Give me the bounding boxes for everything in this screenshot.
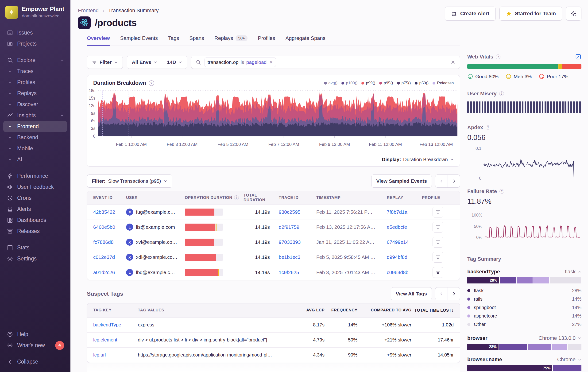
legend-item-avg[interactable]: avg() <box>324 81 338 85</box>
help-icon[interactable] <box>496 54 500 59</box>
tag-value-row[interactable]: Other27% <box>467 320 581 329</box>
view-all-tags-button[interactable]: View All Tags <box>391 287 432 300</box>
trace-id-link[interactable]: d2f91759 <box>279 224 299 230</box>
create-alert-button[interactable]: Create Alert <box>445 7 496 21</box>
settings-gear-button[interactable] <box>566 7 581 21</box>
sidebar-item-profiles[interactable]: Profiles <box>3 77 67 88</box>
open-web-vitals-icon[interactable] <box>575 53 581 60</box>
tab-spans[interactable]: Spans <box>189 35 204 46</box>
sidebar-item-ai[interactable]: AI <box>3 154 67 165</box>
sidebar-item-dashboards[interactable]: Dashboards <box>3 215 67 226</box>
sidebar-item-collapse[interactable]: Collapse <box>3 356 67 367</box>
sidebar-item-explore[interactable]: Explore <box>3 55 67 66</box>
help-icon[interactable] <box>486 125 490 130</box>
sidebar-item-replays[interactable]: Replays <box>3 88 67 99</box>
transactions-filter-dropdown[interactable]: Filter: Slow Transactions (p95) <box>87 174 172 188</box>
tag-key-link[interactable]: lcp.element <box>93 337 117 342</box>
tag-value-row[interactable]: rails14% <box>467 295 581 303</box>
help-icon[interactable] <box>499 189 504 194</box>
tag-value-row[interactable]: aspnetcore14% <box>467 312 581 320</box>
sidebar-item-releases[interactable]: Releases <box>3 226 67 237</box>
search-filter-token[interactable]: transaction.op is pageload ✕ <box>205 58 276 67</box>
search-input[interactable]: transaction.op is pageload ✕ <box>191 56 460 69</box>
starred-for-team-button[interactable]: Starred for Team <box>499 7 562 21</box>
web-vitals-bar[interactable] <box>467 64 581 69</box>
tag-key-link[interactable]: backendType <box>93 322 121 327</box>
sidebar-item-help[interactable]: Help <box>3 329 67 340</box>
legend-item-p95[interactable]: p95() <box>379 81 393 85</box>
user-misery-chart[interactable] <box>467 101 581 113</box>
event-id-link[interactable]: 6460e5b0 <box>93 224 115 230</box>
tag-value-row[interactable]: springboot14% <box>467 303 581 312</box>
profile-button[interactable] <box>432 207 443 217</box>
org-switcher[interactable]: Empower Plant dominik.buszowiec… <box>0 6 70 19</box>
tab-profiles[interactable]: Profiles <box>258 35 275 46</box>
sidebar-item-stats[interactable]: Stats <box>3 242 67 253</box>
date-range-selector[interactable]: 14D <box>162 56 187 69</box>
replay-id-link[interactable]: c0963d8b <box>387 270 408 275</box>
prev-page-button[interactable] <box>435 287 448 300</box>
apdex-chart[interactable]: 0.10 <box>467 143 581 182</box>
sidebar-item-performance[interactable]: Performance <box>3 170 67 181</box>
sidebar-item-alerts[interactable]: Alerts <box>3 204 67 215</box>
event-id-link[interactable]: c012e37d <box>93 254 115 260</box>
trace-id-link[interactable]: 930c2595 <box>279 209 300 215</box>
event-id-link[interactable]: 42b35422 <box>93 209 115 215</box>
failure-rate-chart[interactable]: 100%50%0% <box>467 207 581 244</box>
tag-group-header[interactable]: backendTypeflask <box>467 269 581 275</box>
tag-distribution-bar[interactable]: 75% <box>467 365 581 371</box>
profile-button[interactable] <box>432 267 443 278</box>
tag-distribution-bar[interactable]: 28% <box>467 344 581 350</box>
event-id-link[interactable]: fc7886d8 <box>93 239 113 245</box>
trace-id-link[interactable]: 1c9f2625 <box>279 270 299 275</box>
sidebar-item-what-s-new[interactable]: What's new4 <box>3 340 67 351</box>
tab-aggregate-spans[interactable]: Aggregate Spans <box>285 35 326 46</box>
sidebar-item-settings[interactable]: Settings <box>3 253 67 264</box>
sidebar-item-projects[interactable]: Projects <box>3 38 67 49</box>
help-icon[interactable] <box>499 91 504 96</box>
token-remove-icon[interactable]: ✕ <box>269 60 273 65</box>
tag-group-header[interactable]: browser.nameChrome <box>467 357 581 363</box>
filter-dropdown[interactable]: Filter <box>87 56 123 69</box>
environment-selector[interactable]: All Envs <box>127 56 162 69</box>
replay-id-link[interactable]: e5edbcfe <box>387 224 407 230</box>
sidebar-item-backend[interactable]: Backend <box>3 132 67 143</box>
sidebar-item-issues[interactable]: Issues <box>3 27 67 38</box>
tag-key-link[interactable]: lcp.url <box>93 352 106 357</box>
help-icon[interactable] <box>234 195 239 200</box>
view-sampled-events-button[interactable]: View Sampled Events <box>371 174 432 188</box>
tab-sampled-events[interactable]: Sampled Events <box>120 35 158 46</box>
replay-id-link[interactable]: d994bf8d <box>387 254 407 260</box>
legend-item-Releases[interactable]: Releases <box>432 81 454 85</box>
next-page-button[interactable] <box>448 287 460 300</box>
tag-selected-value[interactable]: flask <box>565 269 581 275</box>
search-clear-icon[interactable] <box>450 60 456 65</box>
next-page-button[interactable] <box>448 175 460 187</box>
legend-item-p50[interactable]: p50() <box>415 81 429 85</box>
prev-page-button[interactable] <box>435 175 448 187</box>
tag-value-row[interactable]: flask28% <box>467 286 581 295</box>
tag-distribution-bar[interactable]: 28% <box>467 277 581 284</box>
help-icon[interactable] <box>149 80 154 86</box>
legend-item-p99[interactable]: p99() <box>361 81 375 85</box>
sidebar-item-discover[interactable]: Discover <box>3 99 67 110</box>
profile-button[interactable] <box>432 222 443 233</box>
profile-button[interactable] <box>432 252 443 263</box>
sidebar-item-frontend[interactable]: Frontend <box>3 121 67 132</box>
tab-replays[interactable]: Replays50+ <box>214 35 248 46</box>
legend-item-p75[interactable]: p75() <box>397 81 411 85</box>
replay-id-link[interactable]: 67499e14 <box>387 239 409 245</box>
breadcrumb-frontend[interactable]: Frontend <box>78 8 99 14</box>
tab-tags[interactable]: Tags <box>168 35 179 46</box>
tab-overview[interactable]: Overview <box>87 35 110 46</box>
tag-group-header[interactable]: browserChrome 133.0.0 <box>467 335 581 341</box>
tag-selected-value[interactable]: Chrome <box>557 357 581 363</box>
tag-selected-value[interactable]: Chrome 133.0.0 <box>538 335 581 341</box>
trace-id-link[interactable]: 97033893 <box>279 239 301 245</box>
replay-id-link[interactable]: 7f8b7d1a <box>387 209 407 215</box>
event-id-link[interactable]: a01d2c26 <box>93 270 115 275</box>
sidebar-item-traces[interactable]: Traces <box>3 66 67 77</box>
sidebar-item-user-feedback[interactable]: User Feedback <box>3 181 67 192</box>
profile-button[interactable] <box>432 237 443 247</box>
sort-desc-icon[interactable]: ↓ <box>452 308 454 313</box>
